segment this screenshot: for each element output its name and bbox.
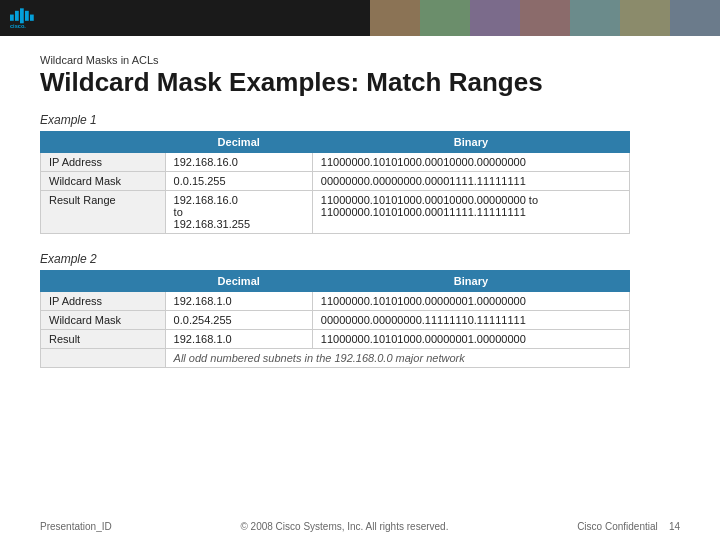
row-label: Wildcard Mask [41,310,166,329]
svg-rect-0 [10,15,14,21]
photo-1 [370,0,420,36]
decimal-value: 192.168.16.0to192.168.31.255 [165,190,312,233]
photo-4 [520,0,570,36]
row-label: IP Address [41,152,166,171]
col-empty-2 [41,270,166,291]
table-row: Wildcard Mask 0.0.254.255 00000000.00000… [41,310,630,329]
row-label [41,348,166,367]
photo-strip [370,0,720,36]
binary-value: 00000000.00000000.11111110.11111111 [312,310,629,329]
table-row: All odd numbered subnets in the 192.168.… [41,348,630,367]
table-row: Wildcard Mask 0.0.15.255 00000000.000000… [41,171,630,190]
decimal-value: 192.168.1.0 [165,329,312,348]
note-value: All odd numbered subnets in the 192.168.… [165,348,629,367]
svg-rect-2 [20,8,24,23]
example1-table: Decimal Binary IP Address 192.168.16.0 1… [40,131,630,234]
decimal-value: 192.168.1.0 [165,291,312,310]
table-row: IP Address 192.168.16.0 11000000.1010100… [41,152,630,171]
row-label: IP Address [41,291,166,310]
subtitle: Wildcard Masks in ACLs [40,54,680,66]
footer-confidential: Cisco Confidential 14 [577,521,680,532]
footer-presentation-id: Presentation_ID [40,521,112,532]
photo-6 [620,0,670,36]
decimal-value: 0.0.15.255 [165,171,312,190]
svg-text:cisco.: cisco. [10,23,26,29]
example1-label: Example 1 [40,113,680,127]
col-binary-2: Binary [312,270,629,291]
header-bar: cisco. [0,0,720,36]
binary-value: 11000000.10101000.00000001.00000000 [312,329,629,348]
binary-value: 11000000.10101000.00010000.00000000 [312,152,629,171]
binary-value: 11000000.10101000.00010000.00000000 to11… [312,190,629,233]
photo-2 [420,0,470,36]
example2-table: Decimal Binary IP Address 192.168.1.0 11… [40,270,630,368]
decimal-value: 192.168.16.0 [165,152,312,171]
svg-rect-3 [25,11,29,21]
row-label: Result Range [41,190,166,233]
cisco-logo-icon: cisco. [10,7,60,29]
col-decimal-2: Decimal [165,270,312,291]
photo-3 [470,0,520,36]
table-row: Result Range 192.168.16.0to192.168.31.25… [41,190,630,233]
main-title: Wildcard Mask Examples: Match Ranges [40,68,680,97]
row-label: Result [41,329,166,348]
col-binary-1: Binary [312,131,629,152]
decimal-value: 0.0.254.255 [165,310,312,329]
footer: Presentation_ID © 2008 Cisco Systems, In… [0,521,720,532]
binary-value: 00000000.00000000.00001111.11111111 [312,171,629,190]
svg-rect-1 [15,11,19,21]
example2-label: Example 2 [40,252,680,266]
table-row: Result 192.168.1.0 11000000.10101000.000… [41,329,630,348]
footer-copyright: © 2008 Cisco Systems, Inc. All rights re… [240,521,448,532]
col-empty-1 [41,131,166,152]
example2-block: Example 2 Decimal Binary IP Address 192.… [40,252,680,368]
photo-5 [570,0,620,36]
col-decimal-1: Decimal [165,131,312,152]
row-label: Wildcard Mask [41,171,166,190]
example1-block: Example 1 Decimal Binary IP Address 192.… [40,113,680,234]
main-content: Wildcard Masks in ACLs Wildcard Mask Exa… [0,36,720,396]
table-row: IP Address 192.168.1.0 11000000.10101000… [41,291,630,310]
svg-rect-4 [30,15,34,21]
photo-7 [670,0,720,36]
binary-value: 11000000.10101000.00000001.00000000 [312,291,629,310]
